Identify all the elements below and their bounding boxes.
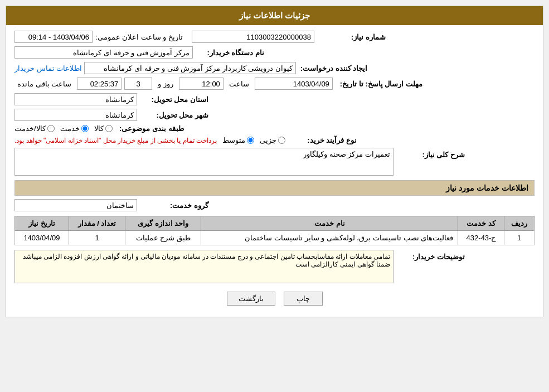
back-button[interactable]: بازگشت [227,292,275,306]
print-button[interactable]: چاپ [284,292,323,306]
page-header: جزئیات اطلاعات نیاز [6,6,543,25]
response-date-input[interactable] [255,78,333,90]
purchase-motavaset-label: متوسط [222,136,245,144]
service-group-input[interactable] [14,199,137,211]
purchase-type-label: نوع فرآیند خرید: [290,136,357,144]
response-days-input[interactable] [124,78,152,90]
category-khadamat-radio[interactable] [81,125,89,132]
need-number-label: شماره نیاز: [319,33,386,41]
buyer-org-input[interactable] [14,46,193,59]
col-unit: واحد اندازه گیری [125,216,201,231]
category-kala-radio[interactable] [105,125,113,132]
category-kala-label: کالا [94,124,104,133]
col-row: ردیف [504,216,534,231]
services-section-header: اطلاعات خدمات مورد نیاز [14,180,535,196]
category-radio-group: کالا خدمت کالا/خدمت [14,124,113,133]
cell-date: 1403/04/09 [15,231,69,245]
purchase-motavaset-radio[interactable] [247,137,254,144]
need-number-input[interactable] [192,31,314,43]
purchase-motavaset-option[interactable]: متوسط [222,136,254,144]
remaining-time-input[interactable] [77,78,122,90]
service-group-label: گروه خدمت: [142,201,208,210]
col-name: نام خدمت [201,216,458,231]
category-kala-khadamat-option[interactable]: کالا/خدمت [14,124,55,133]
announce-date-label: تاریخ و ساعت اعلان عمومی: [95,33,183,41]
need-desc-label: شرح کلی نیاز: [398,148,465,159]
col-qty: تعداد / مقدار [69,216,125,231]
services-table: ردیف کد خدمت نام خدمت واحد اندازه گیری ت… [14,216,535,245]
category-kala-option[interactable]: کالا [94,124,113,133]
announce-date-input[interactable] [14,31,93,43]
buttons-row: چاپ بازگشت [14,292,535,306]
buyer-notes-label: توضیحات خریدار: [398,250,465,261]
response-days-label: روز و [158,80,173,88]
purchase-notice: پرداخت تمام یا بخشی از مبلغ خریدار محل "… [14,137,217,144]
province-label: استان محل تحویل: [142,95,208,104]
table-row: 1 ج-43-432 فعالیت‌های نصب تاسیسات برق، ل… [15,231,535,245]
cell-unit: طبق شرح عملیات [125,231,201,245]
remaining-label: ساعت باقی مانده [17,80,71,88]
creator-label: ایجاد کننده درخواست: [300,64,368,72]
buyer-notes-textarea[interactable]: تمامی معاملات ارائه مفاسابحساب تامین اجت… [14,250,393,283]
col-code: کد خدمت [458,216,504,231]
category-kala-khadamat-label: کالا/خدمت [14,124,46,133]
purchase-type-radio-group: جزیی متوسط [222,136,285,144]
purchase-jozi-radio[interactable] [278,137,285,144]
city-input[interactable] [14,109,137,121]
buyer-org-label: نام دستگاه خریدار: [197,49,264,57]
response-deadline-label: مهلت ارسال پاسخ: تا تاریخ: [340,80,422,88]
cell-code: ج-43-432 [458,231,504,245]
response-time-label: ساعت [229,80,249,88]
page-title: جزئیات اطلاعات نیاز [239,11,310,20]
province-input[interactable] [14,93,137,105]
col-date: تاریخ نیاز [15,216,69,231]
category-khadamat-label: خدمت [60,124,80,133]
category-khadamat-option[interactable]: خدمت [60,124,89,133]
contact-link[interactable]: اطلاعات تماس خریدار [14,64,82,72]
category-kala-khadamat-radio[interactable] [47,125,55,132]
purchase-jozi-label: جزیی [260,136,276,144]
response-time-input[interactable] [179,78,224,90]
need-desc-textarea[interactable]: تعمیرات مرکز صحنه وکیلگاور [14,148,393,176]
city-label: شهر محل تحویل: [142,111,208,119]
cell-name: فعالیت‌های نصب تاسیسات برق، لوله‌کشی و س… [201,231,458,245]
category-label: طبقه بندی موضوعی: [117,124,184,133]
purchase-jozi-option[interactable]: جزیی [260,136,285,144]
cell-row: 1 [504,231,534,245]
cell-qty: 1 [69,231,125,245]
creator-input[interactable] [84,62,296,74]
